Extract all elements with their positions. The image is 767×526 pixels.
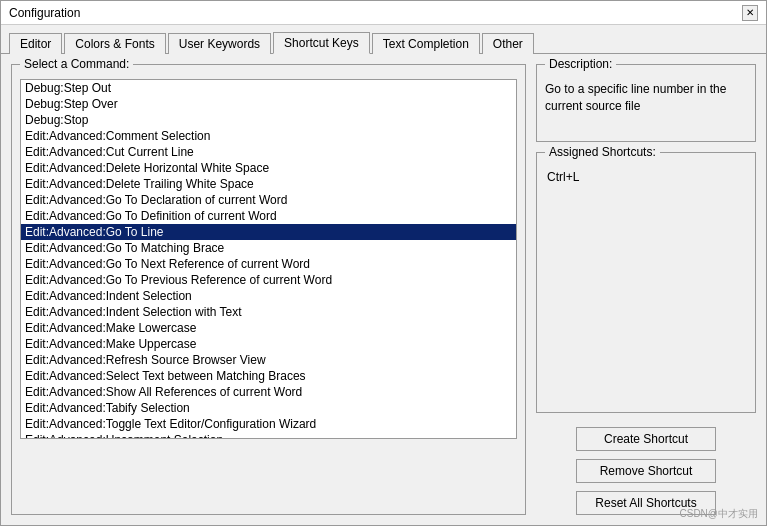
watermark: CSDN@中才实用	[680, 507, 759, 521]
create-shortcut-button[interactable]: Create Shortcut	[576, 427, 716, 451]
window-title: Configuration	[9, 6, 80, 20]
list-item[interactable]: Edit:Advanced:Go To Previous Reference o…	[21, 272, 516, 288]
buttons-area: Create Shortcut Remove Shortcut Reset Al…	[536, 423, 756, 515]
list-item[interactable]: Edit:Advanced:Refresh Source Browser Vie…	[21, 352, 516, 368]
description-label: Description:	[545, 57, 616, 71]
tab-user-keywords[interactable]: User Keywords	[168, 33, 271, 54]
list-item[interactable]: Edit:Advanced:Cut Current Line	[21, 144, 516, 160]
main-content: Select a Command: Debug:Step OutDebug:St…	[1, 54, 766, 525]
tab-bar: Editor Colors & Fonts User Keywords Shor…	[1, 25, 766, 54]
tab-text-completion[interactable]: Text Completion	[372, 33, 480, 54]
window-content: Editor Colors & Fonts User Keywords Shor…	[1, 25, 766, 525]
description-text: Go to a specific line number in the curr…	[545, 73, 747, 133]
shortcut-item: Ctrl+L	[545, 169, 747, 185]
configuration-window: Configuration ✕ Editor Colors & Fonts Us…	[0, 0, 767, 526]
tab-editor[interactable]: Editor	[9, 33, 62, 54]
description-group: Description: Go to a specific line numbe…	[536, 64, 756, 142]
remove-shortcut-button[interactable]: Remove Shortcut	[576, 459, 716, 483]
left-panel: Select a Command: Debug:Step OutDebug:St…	[11, 64, 526, 515]
shortcuts-label: Assigned Shortcuts:	[545, 145, 660, 159]
right-panel: Description: Go to a specific line numbe…	[536, 64, 756, 515]
select-command-label: Select a Command:	[20, 57, 133, 71]
list-item[interactable]: Edit:Advanced:Delete Horizontal White Sp…	[21, 160, 516, 176]
list-item[interactable]: Debug:Stop	[21, 112, 516, 128]
list-item[interactable]: Edit:Advanced:Go To Matching Brace	[21, 240, 516, 256]
list-item[interactable]: Edit:Advanced:Go To Next Reference of cu…	[21, 256, 516, 272]
list-item[interactable]: Edit:Advanced:Toggle Text Editor/Configu…	[21, 416, 516, 432]
list-item[interactable]: Edit:Advanced:Indent Selection with Text	[21, 304, 516, 320]
tab-shortcut-keys[interactable]: Shortcut Keys	[273, 32, 370, 54]
list-item[interactable]: Edit:Advanced:Make Uppercase	[21, 336, 516, 352]
list-item[interactable]: Edit:Advanced:Tabify Selection	[21, 400, 516, 416]
shortcuts-list: Ctrl+L	[545, 161, 747, 241]
title-bar: Configuration ✕	[1, 1, 766, 25]
command-list[interactable]: Debug:Step OutDebug:Step OverDebug:StopE…	[20, 79, 517, 439]
list-item[interactable]: Edit:Advanced:Indent Selection	[21, 288, 516, 304]
list-item[interactable]: Edit:Advanced:Comment Selection	[21, 128, 516, 144]
list-item[interactable]: Edit:Advanced:Delete Trailing White Spac…	[21, 176, 516, 192]
list-item[interactable]: Edit:Advanced:Select Text between Matchi…	[21, 368, 516, 384]
list-item[interactable]: Debug:Step Out	[21, 80, 516, 96]
close-button[interactable]: ✕	[742, 5, 758, 21]
list-item[interactable]: Debug:Step Over	[21, 96, 516, 112]
select-command-group: Select a Command: Debug:Step OutDebug:St…	[11, 64, 526, 515]
list-item[interactable]: Edit:Advanced:Go To Declaration of curre…	[21, 192, 516, 208]
tab-colors-fonts[interactable]: Colors & Fonts	[64, 33, 165, 54]
list-item[interactable]: Edit:Advanced:Show All References of cur…	[21, 384, 516, 400]
list-item[interactable]: Edit:Advanced:Uncomment Selection	[21, 432, 516, 439]
list-item[interactable]: Edit:Advanced:Make Lowercase	[21, 320, 516, 336]
tab-other[interactable]: Other	[482, 33, 534, 54]
shortcuts-group: Assigned Shortcuts: Ctrl+L	[536, 152, 756, 413]
list-item[interactable]: Edit:Advanced:Go To Definition of curren…	[21, 208, 516, 224]
list-item[interactable]: Edit:Advanced:Go To Line	[21, 224, 516, 240]
